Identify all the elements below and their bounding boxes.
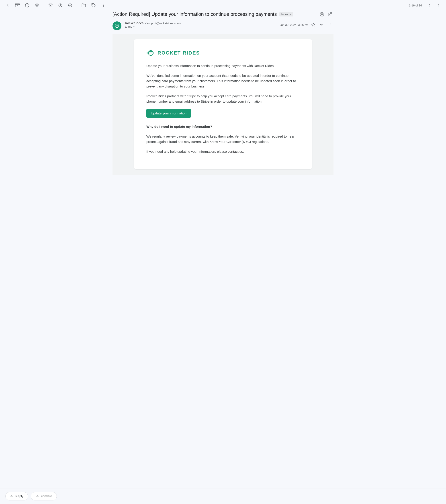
sender-avatar [113,21,121,30]
svg-point-10 [103,6,104,7]
contact-para: If you need any help updating your infor… [146,149,300,154]
sender-meta: Jan 30, 2024, 3:26PM [280,21,333,28]
contact-suffix: . [243,150,244,153]
faq-answer: We regularly review payments accounts to… [146,134,300,144]
mark-read-button[interactable] [47,2,55,9]
forward-button[interactable]: Forward [31,492,57,501]
svg-point-18 [330,26,330,26]
bottom-action-bar: Reply Forward [0,488,446,504]
spam-button[interactable] [23,2,31,9]
reply-button[interactable]: Reply [5,492,28,501]
svg-rect-0 [15,4,19,5]
svg-rect-11 [321,15,323,16]
sender-to[interactable]: to me [125,25,280,28]
archive-button[interactable] [13,2,21,9]
sender-row: Rocket Rides <support@rocketrides.com> t… [113,21,333,30]
reply-header-button[interactable] [318,21,325,28]
svg-line-12 [330,13,331,15]
more-sender-button[interactable] [327,21,333,28]
label-button[interactable] [90,2,97,9]
forward-label: Forward [41,494,52,498]
email-body-content: Update your business information to cont… [146,63,300,154]
email-body-wrapper: ROCKET RIDES Update your business inform… [113,34,333,175]
delete-button[interactable] [33,2,41,9]
svg-point-8 [103,4,104,4]
email-para1: Update your business information to cont… [146,63,300,69]
toolbar: 1-16 of 16 [0,0,446,11]
email-subject: [Action Required] Update your informatio… [113,11,277,17]
email-para3: Rocket Rides partners with Stripe to hel… [146,93,300,104]
open-external-button[interactable] [326,11,333,18]
pagination-info: 1-16 of 16 [409,4,422,7]
snooze-button[interactable] [56,2,64,9]
divider-1 [44,3,44,8]
move-button[interactable] [80,2,88,9]
logo-text: ROCKET RIDES [157,50,200,56]
back-button[interactable] [3,2,12,9]
more-toolbar-button[interactable] [99,2,107,9]
svg-marker-15 [312,23,315,26]
sender-details: Rocket Rides <support@rocketrides.com> t… [125,21,280,28]
inbox-badge[interactable]: Inbox × [279,12,293,17]
sender-email: <support@rocketrides.com> [145,22,181,25]
prev-page-button[interactable] [426,2,433,9]
faq-question: Why do I need to update my information? [146,124,300,129]
task-button[interactable] [66,2,74,9]
inbox-badge-label: Inbox [281,13,288,16]
svg-point-9 [103,5,104,6]
next-page-button[interactable] [435,2,443,9]
logo-icon [146,50,155,56]
svg-point-17 [330,24,330,25]
contact-link[interactable]: contact us [228,150,243,153]
divider-2 [77,3,77,8]
email-card: ROCKET RIDES Update your business inform… [134,39,312,169]
svg-point-16 [330,23,330,24]
email-content: [Action Required] Update your informatio… [107,11,339,196]
print-button[interactable] [318,11,326,18]
subject-bar: [Action Required] Update your informatio… [113,11,333,18]
reply-label: Reply [15,494,23,498]
star-button[interactable] [310,21,317,28]
email-para2: We've identified some information on you… [146,73,300,89]
badge-close-icon[interactable]: × [290,13,291,16]
contact-prefix: If you need any help updating your infor… [146,150,228,153]
sender-name: Rocket Rides [125,21,143,25]
subject-actions [318,11,333,18]
logo-area: ROCKET RIDES [146,50,300,56]
update-info-button[interactable]: Update your information [146,109,191,118]
email-date: Jan 30, 2024, 3:26PM [280,23,308,26]
